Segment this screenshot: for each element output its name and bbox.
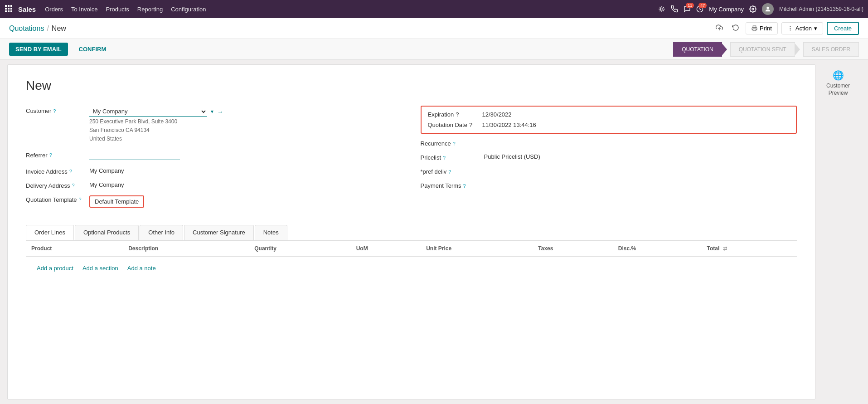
- delivery-address-label: Delivery Address ?: [26, 180, 89, 189]
- svg-point-12: [766, 7, 769, 9]
- col-unit-price: Unit Price: [421, 241, 533, 257]
- recurrence-value[interactable]: [484, 138, 797, 140]
- refresh-icon[interactable]: [729, 22, 742, 35]
- quotation-template-box[interactable]: Default Template: [89, 195, 144, 208]
- form-right-col: Expiration ? 12/30/2022 Quotation Date ?…: [421, 106, 797, 214]
- customer-value: My Company ▾ → 250 Executive Park Blvd, …: [89, 106, 402, 145]
- svg-rect-6: [5, 10, 7, 12]
- breadcrumb-parent[interactable]: Quotations: [9, 24, 44, 33]
- create-button[interactable]: Create: [827, 22, 859, 35]
- chat-icon-btn[interactable]: 11: [684, 5, 691, 13]
- payment-terms-value[interactable]: [484, 180, 797, 182]
- pref-deliv-help-icon[interactable]: ?: [448, 169, 451, 175]
- quotation-date-row: Quotation Date ? 11/30/2022 13:44:16: [428, 122, 790, 128]
- customer-preview-sidebar[interactable]: 🌐 Customer Preview: [815, 64, 861, 399]
- tab-notes[interactable]: Notes: [255, 225, 287, 240]
- expiration-row: Expiration ? 12/30/2022: [428, 111, 790, 118]
- nav-right: 11 47 My Company Mitchell Admin (2145135…: [658, 3, 863, 15]
- customer-help-icon[interactable]: ?: [53, 108, 56, 114]
- customer-external-link[interactable]: →: [217, 108, 223, 115]
- payment-terms-label: Payment Terms ?: [421, 180, 484, 189]
- pricelist-help-icon[interactable]: ?: [443, 155, 446, 161]
- svg-rect-3: [5, 8, 7, 10]
- svg-point-9: [661, 8, 663, 10]
- col-total: Total ⇄: [702, 241, 797, 257]
- referrer-value[interactable]: [89, 150, 402, 161]
- pricelist-value[interactable]: Public Pricelist (USD): [484, 152, 797, 161]
- status-bar: QUOTATION QUOTATION SENT SALES ORDER: [673, 42, 859, 57]
- add-product-link[interactable]: Add a product: [37, 265, 73, 272]
- template-help-icon[interactable]: ?: [79, 197, 82, 202]
- total-sort-icon[interactable]: ⇄: [723, 246, 727, 251]
- nav-configuration[interactable]: Configuration: [171, 6, 206, 13]
- col-description: Description: [123, 241, 249, 257]
- status-quotation-sent[interactable]: QUOTATION SENT: [730, 42, 795, 57]
- customer-select[interactable]: My Company: [89, 107, 207, 117]
- tab-customer-signature[interactable]: Customer Signature: [184, 225, 254, 240]
- expiration-help-icon[interactable]: ?: [456, 111, 459, 118]
- nav-products[interactable]: Products: [106, 6, 129, 13]
- user-avatar[interactable]: [762, 3, 774, 15]
- nav-orders[interactable]: Orders: [45, 6, 63, 13]
- upload-icon[interactable]: [713, 22, 726, 35]
- status-sales-order[interactable]: SALES ORDER: [803, 42, 859, 57]
- apps-icon[interactable]: [5, 5, 13, 14]
- order-lines-table: Product Description Quantity UoM Unit Pr…: [26, 241, 797, 280]
- bug-icon-btn[interactable]: [658, 5, 665, 13]
- svg-point-15: [790, 26, 790, 27]
- col-quantity: Quantity: [249, 241, 350, 257]
- svg-point-16: [790, 28, 790, 29]
- referrer-help-icon[interactable]: ?: [49, 152, 52, 158]
- delivery-help-icon[interactable]: ?: [72, 183, 75, 188]
- recurrence-help-icon[interactable]: ?: [453, 141, 456, 146]
- pref-deliv-label: *pref deliv ?: [421, 166, 484, 175]
- expiration-label: Expiration ?: [428, 111, 482, 118]
- delivery-address-value[interactable]: My Company: [89, 180, 402, 189]
- send-email-button[interactable]: SEND BY EMAIL: [9, 43, 68, 56]
- phone-icon-btn[interactable]: [671, 5, 678, 13]
- invoice-address-label: Invoice Address ?: [26, 166, 89, 175]
- delivery-address-row: Delivery Address ? My Company: [26, 180, 402, 189]
- tab-other-info[interactable]: Other Info: [140, 225, 183, 240]
- tab-order-lines[interactable]: Order Lines: [26, 225, 74, 240]
- app-title[interactable]: Sales: [18, 5, 36, 13]
- nav-reporting[interactable]: Reporting: [137, 6, 163, 13]
- pricelist-label: Pricelist ?: [421, 152, 484, 161]
- invoice-address-value[interactable]: My Company: [89, 166, 402, 175]
- tab-optional-products[interactable]: Optional Products: [75, 225, 139, 240]
- form-left-col: Customer ? My Company ▾ → 250 Executive: [26, 106, 402, 214]
- quotation-template-row: Quotation Template ? Default Template: [26, 195, 402, 209]
- pref-deliv-row: *pref deliv ?: [421, 166, 797, 175]
- svg-point-11: [752, 8, 754, 10]
- svg-rect-4: [8, 8, 10, 10]
- col-product: Product: [26, 241, 123, 257]
- form-wrapper: New Customer ? My Company ▾: [7, 64, 815, 399]
- invoice-help-icon[interactable]: ?: [69, 169, 72, 174]
- nav-to-invoice[interactable]: To Invoice: [71, 6, 98, 13]
- pricelist-row: Pricelist ? Public Pricelist (USD): [421, 152, 797, 161]
- svg-rect-5: [10, 8, 12, 10]
- add-section-link[interactable]: Add a section: [82, 265, 118, 272]
- quotation-date-value[interactable]: 11/30/2022 13:44:16: [482, 122, 536, 128]
- quotation-date-help-icon[interactable]: ?: [469, 122, 472, 128]
- customer-label: Customer ?: [26, 106, 89, 114]
- user-name[interactable]: Mitchell Admin (21451359-16-0-all): [779, 6, 863, 12]
- tabs-header: Order Lines Optional Products Other Info…: [26, 225, 797, 241]
- activity-icon-btn[interactable]: 47: [696, 5, 703, 13]
- status-quotation[interactable]: QUOTATION: [673, 42, 722, 57]
- company-name[interactable]: My Company: [709, 6, 744, 13]
- referrer-input[interactable]: [89, 151, 180, 160]
- payment-terms-help-icon[interactable]: ?: [463, 183, 466, 189]
- settings-icon-btn[interactable]: [749, 5, 756, 13]
- col-disc: Disc.%: [613, 241, 702, 257]
- expiration-value[interactable]: 12/30/2022: [482, 111, 512, 118]
- action-button[interactable]: Action ▾: [781, 22, 823, 34]
- add-note-link[interactable]: Add a note: [127, 265, 156, 272]
- print-button[interactable]: Print: [746, 22, 778, 34]
- recurrence-label: Recurrence ?: [421, 138, 484, 147]
- confirm-button[interactable]: CONFIRM: [73, 43, 113, 56]
- svg-rect-2: [10, 5, 12, 7]
- quotation-date-label: Quotation Date ?: [428, 122, 482, 128]
- pref-deliv-value[interactable]: [484, 166, 797, 168]
- toolbar: SEND BY EMAIL CONFIRM QUOTATION QUOTATIO…: [0, 39, 868, 60]
